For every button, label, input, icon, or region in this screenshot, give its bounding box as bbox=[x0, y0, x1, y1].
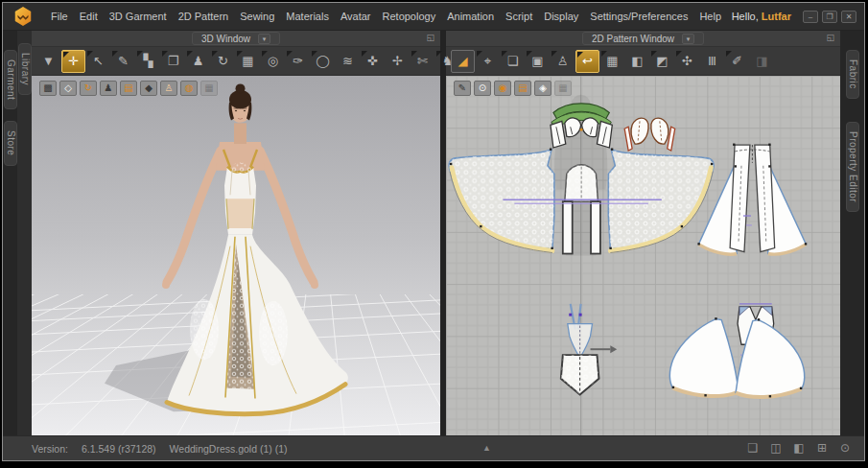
close-button[interactable]: ✕ bbox=[841, 11, 856, 23]
minimize-button[interactable]: – bbox=[803, 11, 818, 23]
right-sidebar: FabricProperty Editor bbox=[840, 31, 864, 435]
edit-sewing-icon[interactable]: ↩ bbox=[575, 50, 599, 73]
grid-arrangement-icon[interactable]: ▦ bbox=[236, 50, 260, 73]
drape-window-icon[interactable]: ❐ bbox=[161, 50, 185, 73]
tab-property-editor[interactable]: Property Editor bbox=[846, 122, 859, 212]
fabric-view-icon[interactable]: ▤ bbox=[120, 81, 137, 96]
trace-avatar-icon[interactable]: ♙ bbox=[551, 50, 575, 73]
window-layout-presets: ❑◫◧⊞⊙ bbox=[745, 441, 853, 456]
tab-garment[interactable]: Garment bbox=[4, 50, 17, 109]
menu-help[interactable]: Help bbox=[693, 3, 727, 30]
scissors-tool-icon[interactable]: ✄ bbox=[411, 50, 434, 73]
3d-viewport-canvas[interactable] bbox=[32, 76, 440, 435]
layout-two-pane-icon[interactable]: ◫ bbox=[768, 441, 784, 456]
thick-texture-view-icon[interactable]: ▩ bbox=[39, 81, 57, 96]
layout-single-icon[interactable]: ❑ bbox=[745, 441, 761, 456]
3d-toolbar: ▼✛↖✎▚❐♟↻▦◎✑◯≋✜✢✄♞ bbox=[32, 47, 440, 76]
free-sewing-icon[interactable]: ✣ bbox=[675, 50, 699, 73]
3d-viewport[interactable]: ▩◇↻♟▤◆♙◍▦ bbox=[32, 76, 440, 435]
seam-grid-icon[interactable]: ▦ bbox=[600, 50, 624, 73]
sewing-tool-icon[interactable]: ✑ bbox=[286, 50, 310, 73]
select-mesh-icon[interactable]: ↖ bbox=[86, 50, 110, 73]
2d-toolbar: ◢⌖❏▣♙↩▦◧◩✣Ⅲ✐◨ bbox=[446, 47, 840, 76]
2d-viewport-canvas[interactable] bbox=[446, 76, 840, 435]
simulate-icon[interactable]: ▼ bbox=[36, 50, 60, 73]
button-tool-icon[interactable]: ◯ bbox=[311, 50, 335, 73]
menu-retopology[interactable]: Retopology bbox=[377, 3, 442, 30]
menu-display[interactable]: Display bbox=[538, 3, 584, 30]
menu-avatar[interactable]: Avatar bbox=[335, 3, 377, 30]
menu-edit[interactable]: Edit bbox=[74, 3, 104, 30]
version-label: Version: bbox=[32, 443, 68, 455]
show-stitch-icon[interactable]: ↻ bbox=[80, 81, 97, 96]
tab-fabric[interactable]: Fabric bbox=[846, 50, 859, 99]
fold-arrangement-icon[interactable]: ↻ bbox=[211, 50, 235, 73]
layout-reset-icon[interactable]: ⊙ bbox=[837, 441, 853, 456]
flatten-garment-icon[interactable]: ▚ bbox=[136, 50, 160, 73]
pin-tool-icon[interactable]: ◎ bbox=[261, 50, 285, 73]
2d-window-view-selector[interactable]: 2D Pattern Window ▾ bbox=[582, 32, 704, 45]
3d-window-titlebar: 3D Window ▾ ◱ bbox=[32, 31, 440, 47]
restore-button[interactable]: ❐ bbox=[822, 11, 837, 23]
pleats-icon[interactable]: Ⅲ bbox=[700, 50, 724, 73]
add-rectangle-icon[interactable]: ▣ bbox=[526, 50, 550, 73]
menubar: FileEdit3D Garment2D PatternSewingMateri… bbox=[3, 3, 864, 31]
arrange-garment-icon[interactable]: ◩ bbox=[650, 50, 674, 73]
2d-window-expand-icon[interactable]: ◱ bbox=[826, 33, 834, 42]
snapshot-icon[interactable]: ▦ bbox=[200, 81, 218, 96]
panel-3d-window: 3D Window ▾ ◱ ▼✛↖✎▚❐♟↻▦◎✑◯≋✜✢✄♞ ▩◇↻♟▤◆♙◍… bbox=[32, 31, 440, 435]
edit-pattern-icon[interactable]: ⌖ bbox=[476, 50, 500, 73]
clo-logo-icon[interactable] bbox=[12, 6, 34, 27]
show-garment-icon[interactable]: ◨ bbox=[750, 50, 774, 73]
layout-mixed-pane-icon[interactable]: ◧ bbox=[791, 441, 807, 456]
lock-pattern-icon[interactable]: ◈ bbox=[534, 81, 551, 96]
menu-items: FileEdit3D Garment2D PatternSewingMateri… bbox=[45, 3, 727, 30]
3d-window-view-selector[interactable]: 3D Window ▾ bbox=[192, 32, 280, 45]
3d-display-toggles: ▩◇↻♟▤◆♙◍▦ bbox=[39, 81, 218, 96]
mesh-view-icon[interactable]: ◆ bbox=[140, 81, 157, 96]
map-view-icon[interactable]: ◍ bbox=[180, 81, 198, 96]
chevron-down-icon[interactable]: ▾ bbox=[258, 34, 270, 44]
white-texture-view-icon[interactable]: ◇ bbox=[59, 81, 77, 96]
username-text[interactable]: Lutfar bbox=[762, 11, 791, 22]
menu-sewing[interactable]: Sewing bbox=[234, 3, 280, 30]
statusbar-expand-toggle[interactable]: ▲ bbox=[482, 444, 491, 453]
internal-line-icon[interactable]: ✐ bbox=[725, 50, 749, 73]
status-bar: Version: 6.1.549 (r37128) WeddingDress.g… bbox=[3, 435, 864, 460]
fold-pattern-icon[interactable]: ◧ bbox=[625, 50, 649, 73]
pin-view-icon[interactable]: ◉ bbox=[494, 81, 511, 96]
zipper-tool-icon[interactable]: ≋ bbox=[336, 50, 360, 73]
2d-window-titlebar: 2D Pattern Window ▾ ◱ bbox=[446, 31, 840, 47]
fabric-view-2d-icon[interactable]: ▤ bbox=[514, 81, 531, 96]
app-window: FileEdit3D Garment2D PatternSewingMateri… bbox=[2, 2, 865, 461]
skin-offset-icon[interactable]: ♙ bbox=[160, 81, 177, 96]
menu-2d-pattern[interactable]: 2D Pattern bbox=[173, 3, 235, 30]
transform-pattern-icon[interactable]: ◢ bbox=[451, 50, 475, 73]
menu-file[interactable]: File bbox=[45, 3, 74, 30]
select-pin-icon[interactable]: ✎ bbox=[111, 50, 135, 73]
menu-materials[interactable]: Materials bbox=[280, 3, 335, 30]
tab-library[interactable]: Library bbox=[18, 43, 32, 95]
tab-store[interactable]: Store bbox=[4, 121, 17, 165]
avatar-tape-icon[interactable]: ♟ bbox=[186, 50, 210, 73]
layout-quad-icon[interactable]: ⊞ bbox=[814, 441, 830, 456]
3d-window-expand-icon[interactable]: ◱ bbox=[426, 33, 434, 42]
pattern-visibility-icon[interactable]: ⊙ bbox=[474, 81, 491, 96]
open-file-name: WeddingDress.gold (1) (1) bbox=[170, 443, 288, 455]
menu-animation[interactable]: Animation bbox=[441, 3, 500, 30]
select-move-icon[interactable]: ✛ bbox=[61, 50, 85, 73]
measure-tool-icon[interactable]: ✜ bbox=[361, 50, 385, 73]
2d-viewport[interactable]: ✎⊙◉▤◈▦ bbox=[446, 76, 840, 435]
snapshot-2d-icon[interactable]: ▦ bbox=[554, 81, 572, 96]
avatar-display-icon[interactable]: ♟ bbox=[100, 81, 117, 96]
chevron-down-icon[interactable]: ▾ bbox=[682, 34, 694, 44]
add-polygon-icon[interactable]: ❏ bbox=[501, 50, 525, 73]
window-controls: –❐✕ bbox=[803, 11, 856, 23]
pen-slash-icon[interactable]: ✎ bbox=[454, 81, 471, 96]
2d-display-toggles: ✎⊙◉▤◈▦ bbox=[454, 81, 572, 96]
move-gizmo-icon[interactable]: ✢ bbox=[386, 50, 410, 73]
menu-script[interactable]: Script bbox=[500, 3, 538, 30]
version-value: 6.1.549 (r37128) bbox=[82, 443, 156, 455]
menu-3d-garment[interactable]: 3D Garment bbox=[104, 3, 173, 30]
menu-settings-preferences[interactable]: Settings/Preferences bbox=[584, 3, 693, 30]
